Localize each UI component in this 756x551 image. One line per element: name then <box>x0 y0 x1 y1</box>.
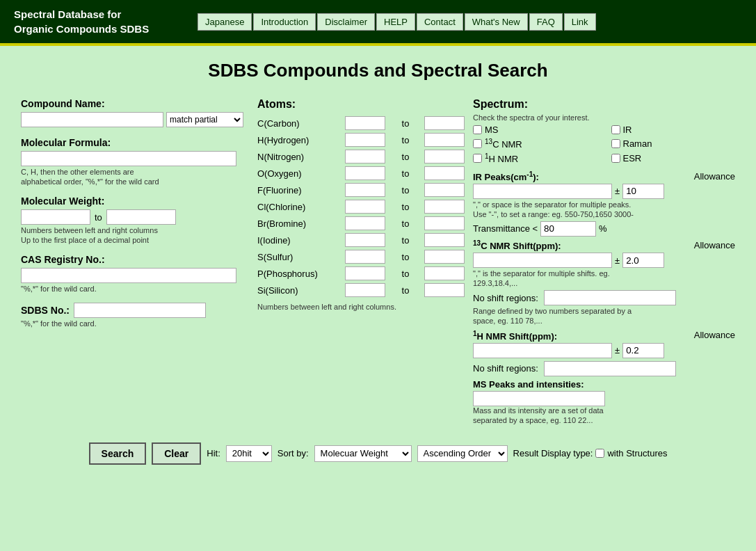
sdbs-input[interactable] <box>74 303 206 318</box>
no-shift-label-2: No shift regions: <box>473 363 538 374</box>
atom-chlorine-to[interactable] <box>424 200 465 214</box>
c13-input[interactable] <box>473 253 612 268</box>
header: Spectral Database for Organic Compounds … <box>0 0 756 43</box>
clear-button[interactable]: Clear <box>152 442 201 465</box>
structures-checkbox[interactable] <box>595 449 604 458</box>
atom-silicon-from[interactable] <box>345 283 385 297</box>
atom-carbon-from[interactable] <box>345 116 385 130</box>
compound-name-row: match partial match exact match beginnin… <box>21 112 243 127</box>
atom-label-nitrogen: N(Nitrogen) <box>257 152 342 162</box>
ir-helper2: Use "-", to set a range: eg. 550-750,165… <box>473 210 735 218</box>
chk-13cnmr[interactable] <box>473 139 482 148</box>
c13-example: 129.3,18.4,... <box>473 279 735 287</box>
atom-phosphorus-from[interactable] <box>345 266 385 280</box>
chk-esr-item: ESR <box>611 152 736 164</box>
cas-row <box>21 268 243 283</box>
atom-hydrogen-to[interactable] <box>424 133 465 147</box>
c13-allowance-input[interactable] <box>622 253 664 268</box>
nav-bar: Japanese Introduction Disclaimer HELP Co… <box>195 0 599 43</box>
atom-label-silicon: Si(Silicon) <box>257 285 342 296</box>
chk-13cnmr-label: 13C NMR <box>485 138 522 150</box>
atom-chlorine-from[interactable] <box>345 200 385 214</box>
atom-iodine-to[interactable] <box>424 233 465 247</box>
atom-sulfur-to-label: to <box>389 252 421 262</box>
structures-label: with Structures <box>607 448 667 458</box>
match-select[interactable]: match partial match exact match beginnin… <box>166 112 243 127</box>
chk-ir-label: IR <box>623 125 632 135</box>
atom-nitrogen-to[interactable] <box>424 150 465 163</box>
no-shift-label-1: No shift regions: <box>473 293 538 303</box>
nav-help[interactable]: HELP <box>376 13 415 31</box>
spectrum-checkboxes: MS IR 13C NMR Raman 1H NMR <box>473 125 735 165</box>
nav-japanese[interactable]: Japanese <box>198 13 252 31</box>
h1-input[interactable] <box>473 343 612 358</box>
cas-input[interactable] <box>21 268 236 283</box>
ir-peaks-input[interactable] <box>473 184 612 199</box>
nav-faq[interactable]: FAQ <box>529 13 563 31</box>
h1-plusminus: ± <box>615 345 620 356</box>
mol-formula-helper1: C, H, then the other elements are <box>21 168 243 176</box>
mol-formula-row <box>21 151 243 166</box>
atom-oxygen-to[interactable] <box>424 166 465 180</box>
mol-weight-to-input[interactable] <box>106 209 176 225</box>
atom-fluorine-from[interactable] <box>345 183 385 197</box>
atom-oxygen-from[interactable] <box>345 166 385 180</box>
ms-helper1: Mass and its intensity are a set of data <box>473 406 735 415</box>
transmittance-input[interactable] <box>540 221 596 237</box>
search-button[interactable]: Search <box>89 442 147 465</box>
mol-weight-to: to <box>95 212 102 223</box>
atom-label-chlorine: Cl(Chlorine) <box>257 202 342 212</box>
atom-label-carbon: C(Carbon) <box>257 118 342 129</box>
nav-disclaimer[interactable]: Disclaimer <box>317 13 375 31</box>
cas-helper: "%,*" for the wild card. <box>21 285 243 293</box>
chk-raman[interactable] <box>611 139 620 148</box>
chk-ms[interactable] <box>473 125 482 134</box>
sort-select[interactable]: Molecuar Weight Compound Name SDBS No. <box>314 445 412 462</box>
nav-introduction[interactable]: Introduction <box>253 13 316 31</box>
atom-sulfur-from[interactable] <box>345 250 385 264</box>
atom-fluorine-to[interactable] <box>424 183 465 197</box>
sdbs-label: SDBS No.: <box>21 305 70 316</box>
atom-phosphorus-to[interactable] <box>424 266 465 280</box>
transmittance-label: Transmittance < <box>473 223 538 234</box>
c13-plusminus: ± <box>615 255 620 266</box>
atom-carbon-to[interactable] <box>424 116 465 130</box>
chk-esr[interactable] <box>611 154 620 163</box>
atom-iodine-from[interactable] <box>345 233 385 247</box>
mol-weight-from-input[interactable] <box>21 209 90 225</box>
nav-contact[interactable]: Contact <box>417 13 463 31</box>
spectrum-title: Spectrum: <box>473 98 735 111</box>
atom-silicon-to[interactable] <box>424 283 465 297</box>
ir-allowance-input[interactable] <box>622 184 664 199</box>
bottom-bar: Search Clear Hit: 20hit 50hit 100hit Sor… <box>21 442 735 465</box>
no-shift-h1-input[interactable] <box>544 361 676 376</box>
h1-allowance-input[interactable] <box>622 343 664 358</box>
ir-input-row: ± <box>473 184 735 199</box>
order-select[interactable]: Ascending Order Descending Order <box>417 445 508 462</box>
atom-nitrogen-to-label: to <box>389 152 421 162</box>
ms-peaks-row <box>473 391 735 406</box>
mol-formula-label: Molecular Formula: <box>21 137 243 148</box>
atom-nitrogen-from[interactable] <box>345 150 385 163</box>
atoms-column: Atoms: C(Carbon) to H(Hydrogen) to N(Nit… <box>257 98 473 311</box>
ms-helper2: separated by a space, eg. 110 22... <box>473 416 735 424</box>
chk-1hnmr[interactable] <box>473 154 482 163</box>
atom-bromine-to[interactable] <box>424 216 465 230</box>
nav-whats-new[interactable]: What's New <box>465 13 528 31</box>
atom-hydrogen-from[interactable] <box>345 133 385 147</box>
compound-name-input[interactable] <box>21 112 163 127</box>
ir-peaks-label: IR Peaks(cm-1): <box>473 170 539 182</box>
chk-ir[interactable] <box>611 125 620 134</box>
atom-sulfur-to[interactable] <box>424 250 465 264</box>
c13-label: 13C NMR Shift(ppm): <box>473 239 561 251</box>
ms-peaks-input[interactable] <box>473 391 605 406</box>
mol-formula-input[interactable] <box>21 151 236 166</box>
sort-label: Sort by: <box>278 448 309 458</box>
atom-label-fluorine: F(Fluorine) <box>257 185 342 195</box>
nav-link[interactable]: Link <box>564 13 596 31</box>
hit-select[interactable]: 20hit 50hit 100hit <box>226 445 272 462</box>
no-shift-c13-input[interactable] <box>544 290 676 305</box>
atoms-grid: C(Carbon) to H(Hydrogen) to N(Nitrogen) … <box>257 116 466 297</box>
display-type-row: Result Display type: with Structures <box>513 448 668 458</box>
atom-bromine-from[interactable] <box>345 216 385 230</box>
